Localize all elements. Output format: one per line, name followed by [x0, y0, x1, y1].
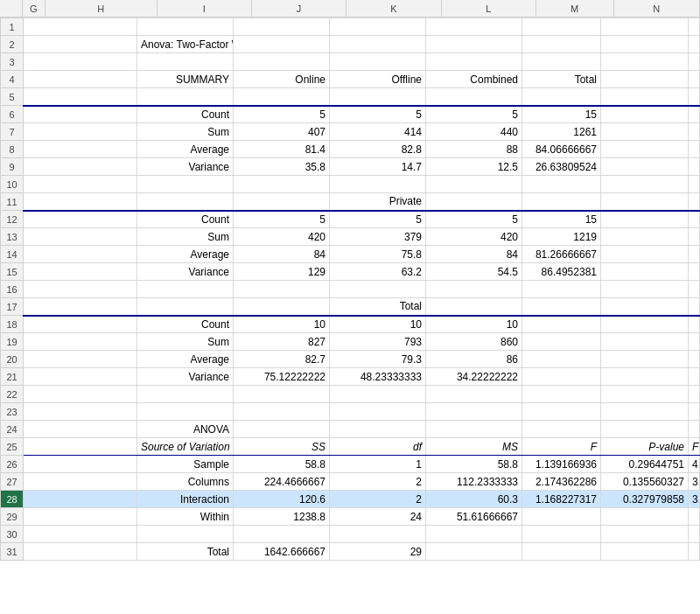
cell[interactable] [24, 36, 137, 53]
table-row[interactable]: 18Count101010 [1, 316, 700, 333]
cell[interactable] [689, 158, 700, 176]
cell[interactable] [137, 403, 234, 421]
cell[interactable] [24, 351, 137, 368]
table-row[interactable]: 16 [1, 281, 700, 298]
cell[interactable]: 3.402826105 [689, 473, 700, 491]
cell[interactable] [689, 211, 700, 228]
table-row[interactable]: 24ANOVA [1, 421, 700, 438]
cell[interactable]: 0.29644751 [601, 456, 689, 473]
table-row[interactable]: 9Variance35.814.712.526.63809524 [1, 158, 700, 176]
cell[interactable]: 14.7 [330, 158, 426, 176]
table-row[interactable]: 22 [1, 386, 700, 403]
cell[interactable] [601, 543, 689, 561]
cell[interactable] [24, 211, 137, 228]
cell[interactable] [24, 386, 137, 403]
cell[interactable]: Interaction [137, 491, 234, 508]
cell[interactable] [689, 228, 700, 246]
cell[interactable] [601, 36, 689, 53]
cell[interactable] [426, 18, 522, 36]
cell[interactable]: 34.22222222 [426, 368, 522, 386]
cell[interactable] [689, 543, 700, 561]
cell[interactable] [426, 421, 522, 438]
cell[interactable]: 440 [426, 123, 522, 141]
cell[interactable]: 414 [330, 123, 426, 141]
cell[interactable] [522, 421, 601, 438]
cell[interactable] [522, 18, 601, 36]
cell[interactable] [689, 106, 700, 123]
cell[interactable] [24, 403, 137, 421]
cell[interactable] [601, 298, 689, 316]
cell[interactable]: Online [234, 71, 330, 88]
cell[interactable] [330, 176, 426, 193]
cell[interactable] [601, 281, 689, 298]
cell[interactable] [689, 263, 700, 281]
cell[interactable] [24, 526, 137, 543]
cell[interactable]: Sum [137, 123, 234, 141]
cell[interactable] [24, 491, 137, 508]
cell[interactable]: 82.8 [330, 141, 426, 158]
cell[interactable]: 81.26666667 [522, 246, 601, 263]
cell[interactable] [601, 88, 689, 106]
cell[interactable]: Count [137, 211, 234, 228]
col-header-m[interactable]: M [536, 0, 614, 17]
cell[interactable] [24, 421, 137, 438]
cell[interactable]: 54.5 [426, 263, 522, 281]
cell[interactable] [234, 386, 330, 403]
cell[interactable]: 0.327979858 [601, 491, 689, 508]
col-header-h[interactable]: H [46, 0, 158, 17]
cell[interactable] [426, 53, 522, 71]
cell[interactable] [24, 456, 137, 473]
cell[interactable]: 24 [330, 508, 426, 526]
table-row[interactable]: 27Columns224.46666672112.23333332.174362… [1, 473, 700, 491]
cell[interactable]: Average [137, 141, 234, 158]
cell[interactable]: 2.174362286 [522, 473, 601, 491]
cell[interactable] [601, 71, 689, 88]
cell[interactable]: 58.8 [426, 456, 522, 473]
table-row[interactable]: 25Source of VariationSSdfMSFP-valueF cri… [1, 438, 700, 456]
cell[interactable] [601, 246, 689, 263]
table-row[interactable]: 12Count55515 [1, 211, 700, 228]
table-row[interactable]: 19Sum827793860 [1, 333, 700, 351]
cell[interactable] [426, 543, 522, 561]
cell[interactable] [234, 281, 330, 298]
cell[interactable]: 60.3 [426, 491, 522, 508]
cell[interactable]: Columns [137, 473, 234, 491]
cell[interactable]: 5 [330, 106, 426, 123]
cell[interactable]: 1642.666667 [234, 543, 330, 561]
cell[interactable] [601, 316, 689, 333]
cell[interactable] [234, 176, 330, 193]
cell[interactable] [689, 316, 700, 333]
cell[interactable] [234, 88, 330, 106]
cell[interactable] [601, 386, 689, 403]
cell[interactable] [601, 123, 689, 141]
cell[interactable] [137, 176, 234, 193]
table-row[interactable]: 11Private [1, 193, 700, 211]
col-header-l[interactable]: L [442, 0, 536, 17]
cell[interactable]: Total [522, 71, 601, 88]
cell[interactable]: Sample [137, 456, 234, 473]
cell[interactable] [234, 53, 330, 71]
table-row[interactable]: 13Sum4203794201219 [1, 228, 700, 246]
cell[interactable]: 82.7 [234, 351, 330, 368]
cell[interactable]: 75.12222222 [234, 368, 330, 386]
cell[interactable] [522, 316, 601, 333]
cell[interactable]: 420 [426, 228, 522, 246]
cell[interactable] [234, 403, 330, 421]
cell[interactable] [689, 368, 700, 386]
cell[interactable] [689, 123, 700, 141]
cell[interactable] [137, 53, 234, 71]
cell[interactable] [24, 316, 137, 333]
cell[interactable]: Offline [330, 71, 426, 88]
cell[interactable] [24, 88, 137, 106]
col-header-g[interactable]: G [23, 0, 46, 17]
cell[interactable] [689, 333, 700, 351]
cell[interactable] [24, 158, 137, 176]
cell[interactable]: 3.402826105 [689, 491, 700, 508]
cell[interactable] [689, 193, 700, 211]
cell[interactable]: 5 [330, 211, 426, 228]
cell[interactable] [689, 176, 700, 193]
cell[interactable]: 379 [330, 228, 426, 246]
cell[interactable] [330, 53, 426, 71]
cell[interactable] [24, 368, 137, 386]
table-row[interactable]: 8Average81.482.88884.06666667 [1, 141, 700, 158]
